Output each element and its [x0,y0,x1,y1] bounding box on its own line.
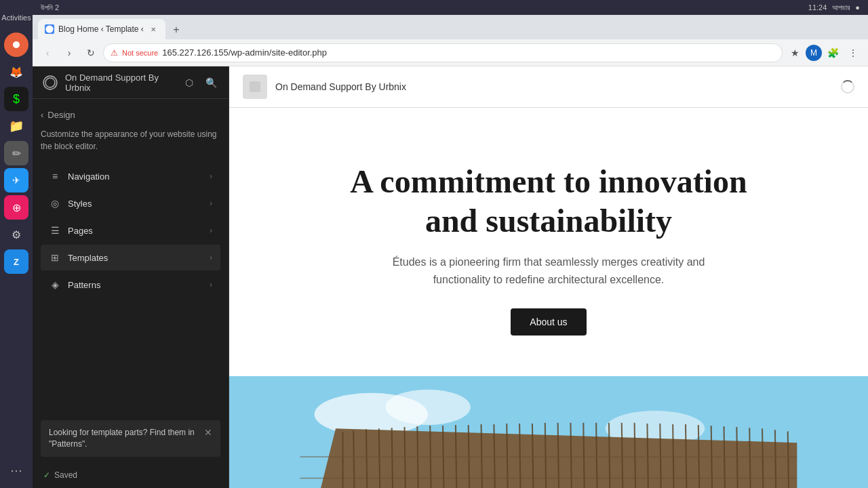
pages-label: Pages [68,226,203,236]
wp-topbar: On Demand Support By Urbnix ⬡ 🔍 [33,66,229,99]
canvas-header: On Demand Support By Urbnix [229,66,868,108]
templates-arrow: › [210,253,212,262]
saved-indicator: ✓ Saved [33,462,229,488]
hero-title-line2: and sustainability [425,203,672,239]
notification-text: Looking for template parts? Find them in… [49,427,199,450]
canvas-area: On Demand Support By Urbnix A commitment… [229,66,868,488]
profile-button[interactable]: M [806,45,822,61]
text-editor-taskbar-icon[interactable]: ✏ [4,141,28,165]
os-indicator: ● [855,3,860,12]
address-bar[interactable]: ⚠ Not secure 165.227.126.155/wp-admin/si… [103,43,783,62]
panel-title: Design [47,110,75,120]
menu-item-pages[interactable]: ☰ Pages › [41,218,220,243]
extension-button[interactable]: 🧩 [823,43,842,62]
hero-section: A commitment to innovation and sustainab… [229,108,868,376]
styles-arrow: › [210,199,212,208]
new-tab-button[interactable]: + [167,20,186,39]
panel-back-button[interactable]: ‹ Design [41,110,220,120]
wp-admin-sidebar: On Demand Support By Urbnix ⬡ 🔍 ‹ Design… [33,66,229,488]
navigation-icon: ≡ [49,170,61,182]
templates-label: Templates [68,253,203,263]
tab-title: Blog Home ‹ Template ‹ [58,24,144,34]
os-location: আপডার [832,3,850,12]
hero-cta-button[interactable]: About us [511,308,586,336]
svg-point-6 [385,390,471,425]
zoom-taskbar-icon[interactable]: Z [4,249,28,274]
browser-content: On Demand Support By Urbnix ⬡ 🔍 ‹ Design… [33,66,868,488]
pages-arrow: › [210,226,212,235]
reload-button[interactable]: ↻ [81,43,100,62]
external-link-button[interactable]: ⬡ [180,73,199,92]
canvas-site-name: On Demand Support By Urbnix [275,81,833,92]
telegram-taskbar-icon[interactable]: ✈ [4,168,28,192]
tab-bar: Blog Home ‹ Template ‹ ✕ + [33,15,868,39]
wordpress-tab-icon [45,24,54,34]
wordpress-logo-svg [43,75,58,90]
forward-button[interactable]: › [60,43,79,62]
files-taskbar-icon[interactable]: 📁 [4,114,28,138]
os-topbar: উপনি 2 11:24 আপডার ● [33,0,868,15]
activities-button[interactable]: Activities [0,5,34,30]
reload-icon: ↻ [87,47,95,58]
svg-rect-3 [250,81,260,92]
hero-title-line1: A commitment to innovation [350,163,747,199]
bookmark-button[interactable]: ★ [785,43,804,62]
os-topbar-left: উপনি 2 [41,3,59,12]
os-clock: 11:24 [808,3,827,12]
back-button[interactable]: ‹ [38,43,57,62]
wordpress-logo [41,73,60,92]
back-arrow-icon: ‹ [41,110,43,120]
saved-label: Saved [54,470,77,480]
tab-favicon [45,24,54,34]
chrome-symbol [9,38,23,52]
building-svg [229,376,868,488]
pages-icon: ☰ [49,224,61,237]
os-topbar-activities: উপনি 2 [41,3,59,12]
browser-window: Blog Home ‹ Template ‹ ✕ + ‹ › ↻ ⚠ Not s… [33,15,868,488]
more-button[interactable]: ⋮ [844,43,863,62]
firefox-taskbar-icon[interactable]: 🦊 [4,60,28,84]
panel-description: Customize the appearance of your website… [41,128,220,152]
templates-icon: ⊞ [49,251,61,264]
styles-label: Styles [68,199,203,209]
patterns-label: Patterns [68,280,203,290]
terminal-taskbar-icon[interactable]: $ [4,87,28,111]
svg-point-0 [13,41,20,48]
toolbar-right-buttons: ★ M 🧩 ⋮ [785,43,863,62]
menu-item-navigation[interactable]: ≡ Navigation › [41,163,220,189]
search-wp-button[interactable]: 🔍 [201,73,220,92]
svg-point-1 [45,25,53,33]
settings-taskbar-icon[interactable]: ⚙ [4,222,28,247]
menu-item-patterns[interactable]: ◈ Patterns › [41,272,220,298]
wp-topbar-icons: ⬡ 🔍 [180,73,220,92]
url-display: 165.227.126.155/wp-admin/site-editor.php [162,47,775,58]
navigation-arrow: › [210,171,212,181]
wp-site-name: On Demand Support By Urbnix [65,73,174,93]
design-panel: ‹ Design Customize the appearance of you… [33,99,229,415]
tab-close-button[interactable]: ✕ [148,24,159,35]
menu-item-templates[interactable]: ⊞ Templates › [41,245,220,270]
notification-close-button[interactable]: ✕ [204,427,212,438]
browser-tab-active[interactable]: Blog Home ‹ Template ‹ ✕ [38,19,165,39]
canvas-site-logo [243,75,267,99]
not-secure-icon: ⚠ [111,48,118,58]
template-parts-notification: Looking for template parts? Find them in… [41,420,220,457]
not-secure-label: Not secure [122,49,158,57]
software-taskbar-icon[interactable]: ⊕ [4,195,28,220]
building-image [229,376,868,488]
forward-icon: › [68,47,71,58]
patterns-icon: ◈ [49,279,61,291]
hero-title: A commitment to innovation and sustainab… [256,162,841,240]
menu-item-styles[interactable]: ◎ Styles › [41,190,220,216]
chrome-taskbar-icon[interactable] [4,33,28,57]
show-apps-button[interactable]: ⋯ [4,458,28,483]
navigation-label: Navigation [68,171,203,182]
saved-check-icon: ✓ [43,470,50,480]
canvas-logo-svg [248,80,262,94]
back-icon: ‹ [46,47,50,58]
loading-spinner [841,80,854,94]
browser-toolbar: ‹ › ↻ ⚠ Not secure 165.227.126.155/wp-ad… [33,39,868,66]
canvas-content: A commitment to innovation and sustainab… [229,108,868,488]
patterns-arrow: › [210,280,212,289]
os-topbar-right: 11:24 আপডার ● [808,3,860,12]
